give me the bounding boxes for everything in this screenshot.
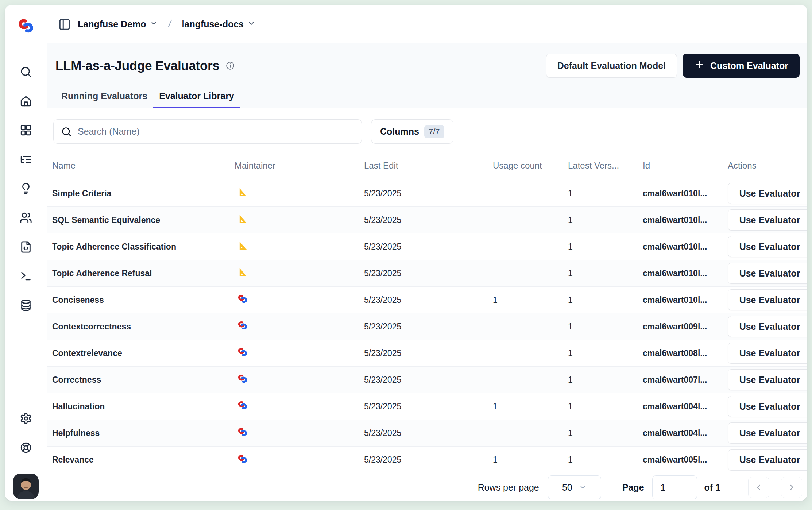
tabs: Running Evaluators Evaluator Library	[47, 87, 807, 108]
breadcrumb-separator	[165, 18, 175, 30]
table-row[interactable]: Conciseness 5/23/2025 1 1 cmal6wart010l.…	[47, 287, 807, 313]
cell-id: cmal6wart004l...	[643, 428, 728, 438]
table-row[interactable]: Helpfulness 5/23/2025 1 cmal6wart004l...…	[47, 420, 807, 447]
user-avatar[interactable]	[13, 474, 39, 499]
cell-latest-version: 1	[568, 242, 643, 252]
cell-maintainer	[235, 400, 364, 413]
settings-gear-icon[interactable]	[20, 412, 32, 425]
dashboard-grid-icon[interactable]	[20, 124, 32, 136]
cell-latest-version: 1	[568, 402, 643, 412]
column-header-name[interactable]: Name	[52, 161, 235, 171]
column-header-usage-count[interactable]: Usage count	[493, 161, 568, 171]
trace-tree-icon[interactable]	[20, 153, 32, 166]
use-evaluator-button[interactable]: Use Evaluator	[728, 263, 807, 284]
cell-maintainer	[235, 240, 364, 253]
cell-name: Conciseness	[52, 295, 235, 305]
use-evaluator-button[interactable]: Use Evaluator	[728, 236, 807, 257]
cell-last-edit: 5/23/2025	[364, 455, 493, 465]
table-row[interactable]: Topic Adherence Classification 5/23/2025…	[47, 233, 807, 260]
table-row[interactable]: Correctness 5/23/2025 1 cmal6wart007l...…	[47, 367, 807, 393]
cell-last-edit: 5/23/2025	[364, 295, 493, 305]
langfuse-maintainer-icon	[237, 347, 248, 357]
cell-id: cmal6wart008l...	[643, 348, 728, 358]
cell-last-edit: 5/23/2025	[364, 189, 493, 198]
ragas-icon	[237, 187, 248, 197]
use-evaluator-button[interactable]: Use Evaluator	[728, 343, 807, 364]
page-count-label: of 1	[704, 482, 720, 493]
langfuse-maintainer-icon	[237, 454, 248, 464]
table-row[interactable]: Relevance 5/23/2025 1 1 cmal6wart005l...…	[47, 447, 807, 473]
users-icon[interactable]	[20, 212, 32, 224]
cell-usage-count: 1	[493, 295, 568, 305]
lightbulb-icon[interactable]	[20, 182, 32, 195]
columns-label: Columns	[380, 126, 419, 137]
terminal-icon[interactable]	[20, 270, 32, 282]
next-page-button[interactable]	[781, 477, 802, 498]
cell-id: cmal6wart004l...	[643, 402, 728, 412]
org-name: Langfuse Demo	[78, 19, 146, 30]
column-header-id[interactable]: Id	[643, 161, 728, 171]
datasets-database-icon[interactable]	[20, 299, 32, 312]
cell-id: cmal6wart010l...	[643, 295, 728, 305]
use-evaluator-button[interactable]: Use Evaluator	[728, 316, 807, 337]
table-row[interactable]: Topic Adherence Refusal 5/23/2025 1 cmal…	[47, 260, 807, 287]
cell-name: Relevance	[52, 455, 235, 465]
cell-id: cmal6wart010l...	[643, 189, 728, 198]
support-lifebuoy-icon[interactable]	[20, 441, 32, 454]
use-evaluator-button[interactable]: Use Evaluator	[728, 449, 807, 471]
columns-button[interactable]: Columns 7/7	[371, 119, 453, 144]
default-evaluation-model-button[interactable]: Default Evaluation Model	[546, 54, 677, 78]
cell-actions: Use Evaluator	[728, 209, 807, 231]
ragas-icon	[237, 214, 248, 224]
cell-id: cmal6wart005l...	[643, 455, 728, 465]
table-row[interactable]: Contextrelevance 5/23/2025 1 cmal6wart00…	[47, 340, 807, 367]
page-number-input[interactable]	[652, 475, 697, 499]
cell-latest-version: 1	[568, 428, 643, 438]
cell-actions: Use Evaluator	[728, 236, 807, 257]
ragas-icon	[237, 240, 248, 251]
rows-per-page-select[interactable]: 50	[548, 475, 601, 499]
search-icon[interactable]	[20, 66, 32, 78]
home-icon[interactable]	[20, 95, 32, 107]
cell-maintainer	[235, 294, 364, 306]
project-switcher[interactable]: langfuse-docs	[182, 19, 255, 30]
cell-actions: Use Evaluator	[728, 183, 807, 204]
use-evaluator-button[interactable]: Use Evaluator	[728, 209, 807, 231]
use-evaluator-button[interactable]: Use Evaluator	[728, 183, 807, 204]
use-evaluator-button[interactable]: Use Evaluator	[728, 369, 807, 390]
topbar: Langfuse Demo langfuse-docs	[47, 5, 807, 43]
sidebar-toggle-icon[interactable]	[58, 18, 71, 31]
info-icon[interactable]	[225, 61, 235, 70]
cell-latest-version: 1	[568, 348, 643, 358]
prompt-file-icon[interactable]	[20, 241, 32, 253]
chevron-left-icon	[754, 483, 763, 492]
cell-name: Contextcorrectness	[52, 322, 235, 332]
org-switcher[interactable]: Langfuse Demo	[78, 19, 158, 30]
sidebar	[5, 5, 47, 501]
tab-evaluator-library[interactable]: Evaluator Library	[153, 87, 240, 108]
cell-actions: Use Evaluator	[728, 289, 807, 310]
column-header-last-edit[interactable]: Last Edit	[364, 161, 493, 171]
previous-page-button[interactable]	[748, 477, 769, 498]
table-row[interactable]: Hallucination 5/23/2025 1 1 cmal6wart004…	[47, 393, 807, 420]
cell-id: cmal6wart010l...	[643, 215, 728, 225]
table-row[interactable]: Contextcorrectness 5/23/2025 1 cmal6wart…	[47, 313, 807, 340]
use-evaluator-button[interactable]: Use Evaluator	[728, 396, 807, 417]
table-row[interactable]: SQL Semantic Equivalence 5/23/2025 1 cma…	[47, 207, 807, 233]
search-input[interactable]	[78, 126, 355, 137]
column-header-latest-version[interactable]: Latest Vers...	[568, 161, 643, 171]
cell-name: Helpfulness	[52, 428, 235, 438]
tab-running-evaluators[interactable]: Running Evaluators	[55, 87, 153, 108]
chevron-down-icon	[579, 483, 587, 491]
use-evaluator-button[interactable]: Use Evaluator	[728, 422, 807, 444]
custom-evaluator-label: Custom Evaluator	[710, 61, 788, 71]
custom-evaluator-button[interactable]: Custom Evaluator	[683, 54, 800, 78]
column-header-maintainer[interactable]: Maintainer	[235, 161, 364, 171]
cell-usage-count: 1	[493, 455, 568, 465]
cell-actions: Use Evaluator	[728, 369, 807, 390]
table-row[interactable]: Simple Criteria 5/23/2025 1 cmal6wart010…	[47, 180, 807, 207]
use-evaluator-button[interactable]: Use Evaluator	[728, 289, 807, 310]
toolbar: Columns 7/7	[47, 108, 807, 151]
sidebar-bottom	[13, 412, 39, 501]
cell-maintainer	[235, 347, 364, 359]
